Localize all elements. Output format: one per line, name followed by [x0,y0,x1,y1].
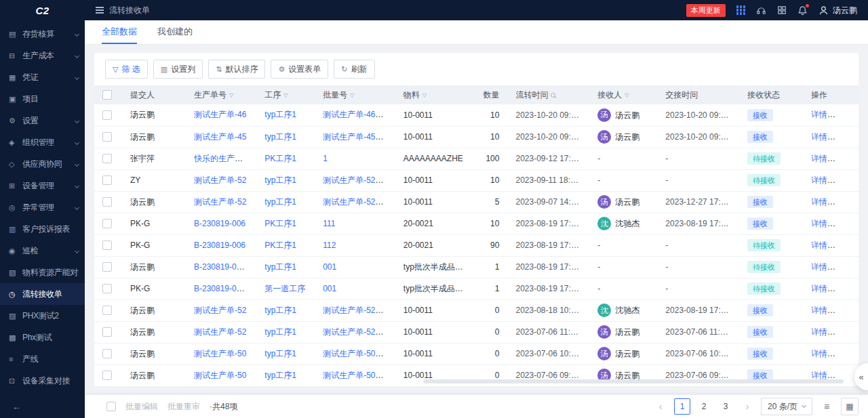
detail-link[interactable]: 详情 [811,262,827,272]
production-order-link[interactable]: 快乐的生产单007 [194,154,256,163]
filter-funnel-icon[interactable]: ▽ [283,92,288,98]
filter-button[interactable]: ▽筛 选 [105,60,148,79]
headset-support-icon[interactable] [756,5,766,16]
weekly-update-badge[interactable]: 本周更新 [686,4,726,17]
sidebar-item[interactable]: ◇供应商协同 [0,153,85,175]
search-icon[interactable] [551,93,555,98]
refresh-button[interactable]: ↻刷新 [334,60,374,79]
detail-link[interactable]: 详情 [811,284,827,293]
sidebar-item[interactable]: ▣项目 [0,88,85,110]
set-columns-button[interactable]: ▥设置列 [153,60,203,79]
production-order-link[interactable]: 测试生产单-52 [194,306,246,315]
filter-funnel-icon[interactable]: ▽ [350,92,354,98]
batch-number-link[interactable]: 111 [323,219,335,228]
next-page-button[interactable]: › [739,398,755,415]
page-button[interactable]: 2 [696,398,712,415]
row-checkbox[interactable] [102,197,112,207]
process-link[interactable]: PK工序1 [264,154,296,163]
process-link[interactable]: 第一道工序 [264,284,305,293]
production-order-link[interactable]: 测试生产单-50 [194,349,246,358]
footer-select-all-checkbox[interactable] [106,402,116,411]
horizontal-scrollbar[interactable] [423,379,844,383]
detail-link[interactable]: 详情 [811,306,827,315]
production-order-link[interactable]: B-230819-006 [194,241,245,250]
detail-link[interactable]: 详情 [811,349,827,358]
sidebar-item[interactable]: ⚙设置 [0,110,85,131]
batch-review-button[interactable]: 批量重审 [167,401,200,413]
edit-link[interactable]: 编辑 [837,262,853,272]
detail-link[interactable]: 详情 [811,132,827,142]
production-order-link[interactable]: 测试生产单-46 [194,110,246,119]
batch-number-link[interactable]: 001 [323,262,336,272]
batch-number-link[interactable]: 测试生产单-45011 [323,132,388,142]
batch-number-link[interactable]: 测试生产单-46001 [323,110,389,119]
batch-number-link[interactable]: 测试生产单-52003 [323,306,389,315]
detail-link[interactable]: 详情 [811,371,827,380]
process-link[interactable]: typ工序1 [264,349,296,358]
batch-edit-button[interactable]: 批量编辑 [125,401,158,413]
edit-link[interactable]: 编辑 [837,132,853,142]
process-link[interactable]: typ工序1 [264,197,296,207]
edit-link[interactable]: 编辑 [837,284,853,293]
sidebar-item[interactable]: ◉巡检 [0,240,85,262]
production-order-link[interactable]: B-230819-003追... [194,284,256,293]
filter-funnel-icon[interactable]: ▽ [422,92,427,98]
sidebar-item[interactable]: ≡产线 [0,348,85,370]
row-checkbox[interactable] [102,219,112,228]
edit-link[interactable]: 编辑 [837,349,853,358]
process-link[interactable]: typ工序1 [264,132,296,142]
filter-funnel-icon[interactable]: ▽ [625,92,629,98]
menu-toggle-icon[interactable] [96,7,104,14]
sidebar-item[interactable]: ⊡设备采集对接 [0,370,85,392]
detail-link[interactable]: 详情 [811,327,827,337]
production-order-link[interactable]: 测试生产单-52 [194,175,246,185]
batch-number-link[interactable]: 1 [323,154,328,163]
production-order-link[interactable]: B-230819-003追... [194,262,256,272]
row-checkbox[interactable] [102,284,112,293]
edit-link[interactable]: 编辑 [837,197,853,207]
workbench-grid-icon[interactable] [777,5,787,15]
app-logo[interactable]: C2 [0,0,85,20]
process-link[interactable]: typ工序1 [264,327,296,337]
batch-number-link[interactable]: 001 [323,284,336,293]
production-order-link[interactable]: 测试生产单-45 [194,132,246,142]
production-order-link[interactable]: 测试生产单-52 [194,327,246,337]
detail-link[interactable]: 详情 [811,241,827,250]
sidebar-item[interactable]: ◷流转接收单 [0,283,85,305]
page-size-select[interactable]: 20 条/页 [761,398,812,415]
batch-number-link[interactable]: 测试生产单-50001 [323,371,389,380]
edit-link[interactable]: 编辑 [837,219,853,228]
sidebar-item[interactable]: ▥客户投诉报表 [0,218,85,240]
sidebar-item[interactable]: ⊟生产成本 [0,45,85,66]
process-link[interactable]: PK工序1 [264,241,296,250]
production-order-link[interactable]: 测试生产单-50 [194,371,246,380]
batch-number-link[interactable]: 测试生产单-52002 [323,327,389,337]
detail-link[interactable]: 详情 [811,219,827,228]
sidebar-item[interactable]: ▨PHX测试2 [0,305,85,327]
sidebar-item[interactable]: ▤存货核算 [0,23,85,45]
edit-link[interactable]: 编辑 [837,306,853,315]
tab-created-by-me[interactable]: 我创建的 [157,20,193,44]
row-checkbox[interactable] [102,327,112,337]
process-link[interactable]: typ工序1 [264,110,296,119]
page-button[interactable]: 3 [717,398,734,415]
row-checkbox[interactable] [102,110,112,120]
batch-number-link[interactable]: 112 [323,241,336,250]
edit-link[interactable]: 编辑 [837,154,853,163]
default-sort-button[interactable]: ⇅默认排序 [208,60,265,79]
tab-all-data[interactable]: 全部数据 [102,20,137,44]
edit-link[interactable]: 编辑 [837,327,853,337]
row-checkbox[interactable] [102,154,112,163]
production-order-link[interactable]: 测试生产单-52 [194,197,246,207]
apps-launcher-icon[interactable] [736,5,746,15]
sidebar-item[interactable]: ▧物料资源产能对照表 [0,262,85,283]
row-checkbox[interactable] [102,132,112,142]
batch-number-link[interactable]: 测试生产单-52004 [323,197,389,207]
list-view-icon[interactable]: ≡ [818,398,835,415]
edit-link[interactable]: 编辑 [837,110,853,119]
process-link[interactable]: typ工序1 [264,306,296,315]
row-checkbox[interactable] [102,371,112,380]
row-checkbox[interactable] [102,175,112,185]
prev-page-button[interactable]: ‹ [652,398,669,415]
row-checkbox[interactable] [102,241,112,250]
